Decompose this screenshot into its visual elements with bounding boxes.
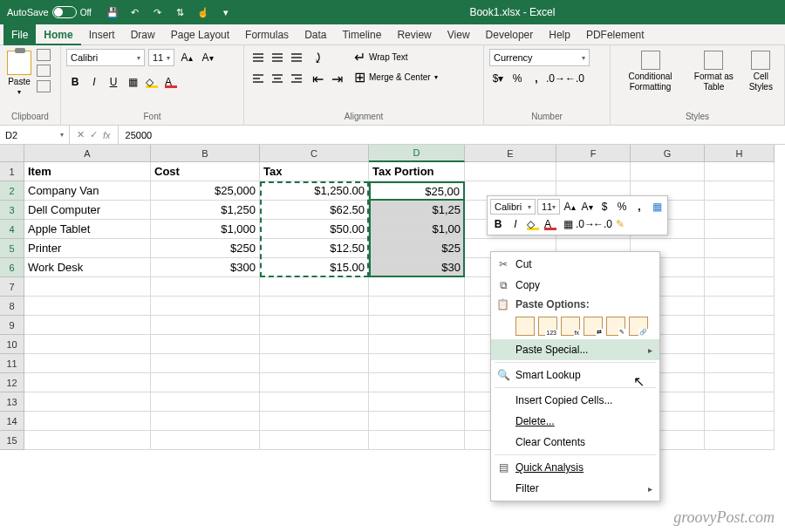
save-icon[interactable]: 💾 (106, 5, 119, 19)
cell-c8[interactable] (260, 297, 369, 316)
autosave-toggle[interactable]: AutoSave Off (0, 6, 99, 18)
row-header-13[interactable]: 13 (0, 392, 24, 412)
cell-h5[interactable] (705, 239, 775, 258)
cell-f1[interactable] (556, 162, 631, 181)
row-header-10[interactable]: 10 (0, 335, 24, 354)
align-bottom-icon[interactable] (288, 49, 305, 66)
cell-c13[interactable] (260, 392, 369, 412)
mini-italic-button[interactable]: I (508, 216, 523, 232)
border-button[interactable]: ▦ (124, 73, 141, 91)
tab-timeline[interactable]: Timeline (334, 24, 389, 45)
cell-h13[interactable] (705, 392, 775, 412)
redo-icon[interactable]: ↷ (151, 5, 165, 19)
mini-accounting-icon[interactable]: $ (597, 199, 612, 215)
shrink-font-icon[interactable]: A▾ (199, 49, 216, 66)
tab-review[interactable]: Review (389, 24, 439, 45)
cell-a7[interactable] (24, 277, 151, 297)
cell-d1[interactable]: Tax Portion (369, 162, 465, 181)
cell-a5[interactable]: Printer (24, 239, 151, 258)
cell-h7[interactable] (705, 277, 775, 297)
col-header-f[interactable]: F (556, 145, 631, 162)
cell-c4[interactable]: $50.00 (260, 220, 369, 239)
cell-a15[interactable] (24, 431, 151, 450)
row-header-7[interactable]: 7 (0, 277, 24, 297)
cell-b1[interactable]: Cost (151, 162, 260, 181)
cell-a11[interactable] (24, 354, 151, 373)
tab-pdfelement[interactable]: PDFelement (578, 24, 652, 45)
format-as-table-button[interactable]: Format as Table (688, 49, 740, 94)
cell-h6[interactable] (705, 258, 775, 277)
align-left-icon[interactable] (249, 70, 267, 87)
cell-d9[interactable] (369, 316, 465, 335)
cell-d6[interactable]: $30 (369, 258, 465, 277)
confirm-formula-icon[interactable]: ✓ (90, 129, 98, 140)
cell-b7[interactable] (151, 277, 260, 297)
cell-b15[interactable] (151, 431, 260, 450)
tab-page-layout[interactable]: Page Layout (163, 24, 237, 45)
tab-file[interactable]: File (3, 24, 36, 45)
ctx-clear-contents[interactable]: Clear Contents (491, 432, 659, 453)
row-header-5[interactable]: 5 (0, 239, 24, 258)
ctx-copy[interactable]: ⧉Copy (491, 275, 659, 296)
tab-data[interactable]: Data (297, 24, 334, 45)
align-middle-icon[interactable] (269, 49, 286, 66)
col-header-d[interactable]: D (369, 145, 465, 162)
row-header-2[interactable]: 2 (0, 181, 24, 201)
mini-format-painter-icon[interactable]: ✎ (612, 216, 628, 232)
mini-table-icon[interactable]: ▦ (649, 199, 665, 215)
cell-g1[interactable] (631, 162, 705, 181)
tab-home[interactable]: Home (36, 24, 80, 45)
cell-h15[interactable] (705, 431, 775, 450)
row-header-15[interactable]: 15 (0, 431, 24, 450)
mini-grow-font-icon[interactable]: A▴ (562, 199, 577, 215)
cell-d14[interactable] (369, 412, 465, 431)
touch-icon[interactable]: ☝ (196, 5, 210, 19)
cell-a9[interactable] (24, 316, 151, 335)
increase-decimal-button[interactable]: .0→ (547, 70, 564, 87)
cell-h3[interactable] (705, 201, 775, 220)
cell-h11[interactable] (705, 354, 775, 373)
mini-bold-button[interactable]: B (490, 216, 506, 232)
align-center-icon[interactable] (269, 70, 286, 87)
cell-b5[interactable]: $250 (151, 239, 260, 258)
mini-percent-icon[interactable]: % (614, 199, 630, 215)
cell-b11[interactable] (151, 354, 260, 373)
mini-dec-decimal-button[interactable]: ←.0 (595, 216, 611, 232)
wrap-icon[interactable]: ↵ (354, 49, 365, 65)
cell-d8[interactable] (369, 297, 465, 316)
cell-c6[interactable]: $15.00 (260, 258, 369, 277)
decrease-decimal-button[interactable]: ←.0 (566, 70, 584, 87)
paste-button[interactable]: Paste ▾ (5, 49, 33, 98)
comma-format-button[interactable]: , (528, 70, 545, 87)
cell-b4[interactable]: $1,000 (151, 220, 260, 239)
worksheet[interactable]: A B C D E F G H 1 Item Cost Tax Tax Port… (0, 145, 785, 450)
cell-a1[interactable]: Item (24, 162, 151, 181)
cell-h2[interactable] (705, 181, 775, 201)
cell-d4[interactable]: $1,00 (369, 220, 465, 239)
row-header-6[interactable]: 6 (0, 258, 24, 277)
cell-d12[interactable] (369, 373, 465, 392)
ctx-paste-special[interactable]: Paste Special...▸ (491, 339, 659, 360)
cell-c14[interactable] (260, 412, 369, 431)
cell-d5[interactable]: $25 (369, 239, 465, 258)
col-header-e[interactable]: E (465, 145, 556, 162)
tab-help[interactable]: Help (541, 24, 578, 45)
cell-h8[interactable] (705, 297, 775, 316)
cell-e1[interactable] (465, 162, 556, 181)
col-header-g[interactable]: G (631, 145, 705, 162)
cell-b2[interactable]: $25,000 (151, 181, 260, 201)
bold-button[interactable]: B (66, 73, 84, 91)
font-color-button[interactable]: A (162, 73, 180, 91)
cell-a4[interactable]: Apple Tablet (24, 220, 151, 239)
decrease-indent-icon[interactable]: ⇤ (309, 70, 326, 87)
cell-c15[interactable] (260, 431, 369, 450)
tab-formulas[interactable]: Formulas (237, 24, 297, 45)
cell-c5[interactable]: $12.50 (260, 239, 369, 258)
mini-font-combo[interactable]: Calibri▾ (490, 199, 536, 215)
paste-opt-formulas[interactable]: fx (561, 317, 580, 336)
cell-h1[interactable] (705, 162, 775, 181)
fill-color-button[interactable]: ◇ (143, 73, 160, 91)
cut-icon[interactable] (37, 49, 51, 61)
select-all-corner[interactable] (0, 145, 24, 162)
tab-developer[interactable]: Developer (478, 24, 542, 45)
